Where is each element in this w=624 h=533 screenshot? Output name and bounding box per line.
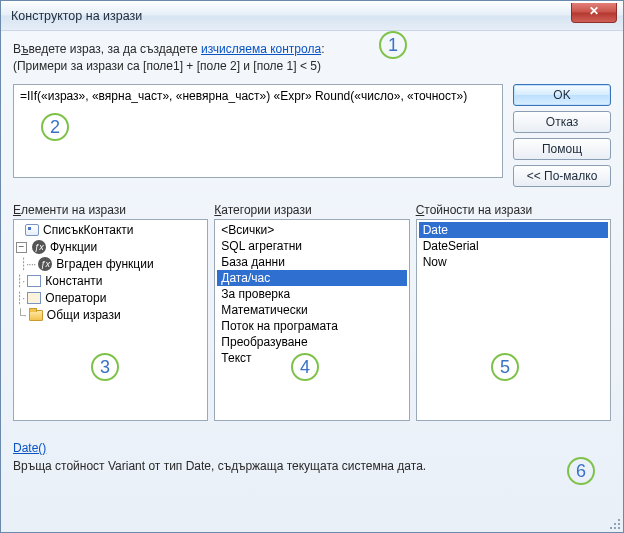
tree-item-operators[interactable]: ┊· Оператори bbox=[16, 290, 205, 307]
categories-label: Категории изрази bbox=[214, 203, 409, 217]
elements-tree[interactable]: СписъкКонтакти − ƒx Функции ┊···· ƒx Вгр… bbox=[13, 219, 208, 421]
elements-label: Елементи на изрази bbox=[13, 203, 208, 217]
expression-input[interactable] bbox=[13, 84, 503, 178]
category-item[interactable]: Текст bbox=[217, 350, 406, 366]
values-list[interactable]: DateDateSerialNow bbox=[416, 219, 611, 421]
description-area: Date() Връща стойност Variant от тип Dat… bbox=[13, 439, 611, 475]
values-pane: Стойности на изрази DateDateSerialNow bbox=[416, 203, 611, 421]
collapse-icon[interactable]: − bbox=[16, 242, 27, 253]
tree-item-constants[interactable]: ┊· Константи bbox=[16, 273, 205, 290]
function-link[interactable]: Date() bbox=[13, 441, 46, 455]
resize-grip[interactable] bbox=[608, 517, 620, 529]
function-description: Връща стойност Variant от тип Date, съдъ… bbox=[13, 459, 426, 473]
category-item[interactable]: Математически bbox=[217, 302, 406, 318]
category-item[interactable]: <Всички> bbox=[217, 222, 406, 238]
close-button[interactable]: ✕ bbox=[571, 3, 617, 23]
ok-button[interactable]: OK bbox=[513, 84, 611, 106]
fx-icon: ƒx bbox=[31, 239, 47, 255]
category-item[interactable]: За проверка bbox=[217, 286, 406, 302]
expression-builder-window: Конструктор на изрази ✕ Въведете израз, … bbox=[0, 0, 624, 533]
button-column: OK Отказ Помощ << По-малко bbox=[513, 84, 611, 187]
panes-row: Елементи на изрази СписъкКонтакти − ƒx Ф… bbox=[13, 203, 611, 421]
tree-item-contactlist[interactable]: СписъкКонтакти bbox=[16, 222, 205, 239]
tree-item-functions[interactable]: − ƒx Функции bbox=[16, 239, 205, 256]
category-item[interactable]: Поток на програмата bbox=[217, 318, 406, 334]
intro-examples: (Примери за изрази са [поле1] + [поле 2]… bbox=[13, 59, 321, 73]
value-item[interactable]: Date bbox=[419, 222, 608, 238]
fx-icon: ƒx bbox=[37, 256, 53, 272]
help-button[interactable]: Помощ bbox=[513, 138, 611, 160]
constants-icon bbox=[26, 273, 42, 289]
less-button[interactable]: << По-малко bbox=[513, 165, 611, 187]
content-area: Въведете израз, за да създадете изчисляе… bbox=[1, 31, 623, 483]
form-icon bbox=[24, 222, 40, 238]
category-item[interactable]: Преобразуване bbox=[217, 334, 406, 350]
value-item[interactable]: Now bbox=[419, 254, 608, 270]
category-item[interactable]: Дата/час bbox=[217, 270, 406, 286]
cancel-button[interactable]: Отказ bbox=[513, 111, 611, 133]
intro-text: Въведете израз, за да създадете изчисляе… bbox=[13, 41, 611, 76]
values-label: Стойности на изрази bbox=[416, 203, 611, 217]
operators-icon bbox=[26, 290, 42, 306]
titlebar: Конструктор на изрази ✕ bbox=[1, 1, 623, 31]
value-item[interactable]: DateSerial bbox=[419, 238, 608, 254]
folder-icon bbox=[28, 307, 44, 323]
categories-list[interactable]: <Всички>SQL агрегатниБаза данниДата/часЗ… bbox=[214, 219, 409, 421]
tree-item-builtin-functions[interactable]: ┊···· ƒx Вграден функции bbox=[16, 256, 205, 273]
window-title: Конструктор на изрази bbox=[11, 9, 142, 23]
category-item[interactable]: SQL агрегатни bbox=[217, 238, 406, 254]
category-item[interactable]: База данни bbox=[217, 254, 406, 270]
categories-pane: Категории изрази <Всички>SQL агрегатниБа… bbox=[214, 203, 409, 421]
calculated-control-link[interactable]: изчисляема контрола bbox=[201, 42, 321, 56]
tree-item-common-expressions[interactable]: └· Общи изрази bbox=[16, 307, 205, 324]
elements-pane: Елементи на изрази СписъкКонтакти − ƒx Ф… bbox=[13, 203, 208, 421]
top-row: OK Отказ Помощ << По-малко bbox=[13, 84, 611, 187]
